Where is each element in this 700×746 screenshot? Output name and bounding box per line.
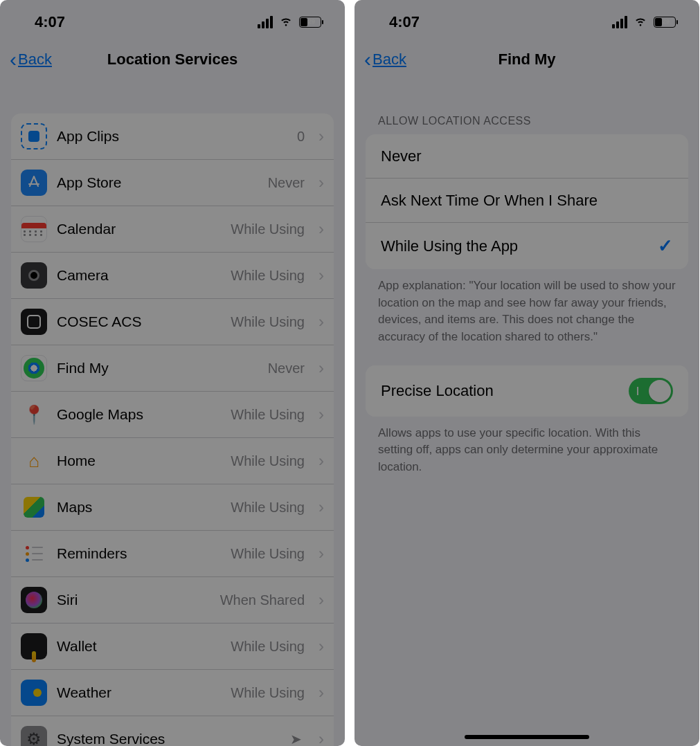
back-button[interactable]: ‹ Back (10, 49, 52, 70)
row-value: While Using (231, 546, 305, 562)
chevron-right-icon: › (314, 405, 324, 424)
back-label: Back (18, 51, 52, 69)
chevron-right-icon: › (314, 312, 324, 331)
status-time: 4:07 (35, 13, 65, 31)
row-label: Google Maps (57, 406, 221, 423)
chevron-right-icon: › (314, 173, 324, 192)
chevron-left-icon: ‹ (10, 49, 17, 70)
chevron-right-icon: › (314, 590, 324, 610)
weather-icon (21, 680, 47, 706)
row-label: COSEC ACS (57, 313, 221, 330)
home-indicator (465, 735, 589, 739)
signal-icon (612, 16, 627, 28)
status-bar: 4:07 29 (0, 0, 345, 39)
row-label: Camera (57, 267, 221, 284)
chevron-right-icon: › (314, 637, 324, 656)
back-label: Back (373, 51, 406, 69)
chevron-right-icon: › (314, 358, 324, 378)
row-home[interactable]: ⌂HomeWhile Using› (11, 438, 334, 484)
location-access-options: NeverAsk Next Time Or When I ShareWhile … (366, 134, 688, 269)
option-1[interactable]: Ask Next Time Or When I Share (366, 179, 688, 223)
row-value: While Using (231, 268, 305, 284)
row-camera[interactable]: CameraWhile Using› (11, 253, 334, 299)
chevron-right-icon: › (314, 544, 324, 563)
option-label: While Using the App (381, 237, 518, 255)
row-label: Reminders (57, 545, 221, 562)
row-value: While Using (231, 685, 305, 701)
row-calendar[interactable]: CalendarWhile Using› (11, 206, 334, 253)
wifi-icon (278, 12, 294, 32)
checkmark-icon: ✓ (658, 235, 673, 257)
row-label: System Services (57, 731, 280, 746)
chevron-right-icon: › (314, 219, 324, 239)
chevron-right-icon: › (314, 127, 324, 146)
wifi-icon (633, 12, 648, 32)
row-value: While Using (231, 221, 305, 237)
location-arrow-icon: ➤ (290, 731, 305, 746)
row-value: Never (268, 361, 305, 376)
maps-icon (21, 494, 47, 520)
row-label: Weather (57, 684, 221, 701)
chevron-left-icon: ‹ (364, 49, 371, 70)
chevron-right-icon: › (314, 266, 324, 285)
row-value: 0 (297, 129, 305, 145)
precise-location-toggle[interactable] (629, 378, 673, 404)
precise-footer: Allows apps to use your specific locatio… (355, 417, 699, 482)
option-2[interactable]: While Using the App✓ (366, 223, 688, 269)
option-label: Never (381, 147, 422, 165)
row-appstore[interactable]: App StoreNever› (11, 160, 334, 206)
app-explanation: App explanation: "Your location will be … (355, 269, 699, 352)
precise-location-row[interactable]: Precise Location (366, 365, 688, 417)
row-reminders[interactable]: RemindersWhile Using› (11, 531, 334, 577)
status-time: 4:07 (389, 13, 420, 31)
row-label: Home (57, 453, 221, 469)
row-siri[interactable]: SiriWhen Shared› (11, 577, 334, 624)
row-system[interactable]: ⚙System Services➤› (11, 716, 334, 746)
calendar-icon (21, 216, 47, 242)
row-label: Maps (57, 499, 221, 516)
battery-icon: 29 (654, 17, 676, 28)
option-0[interactable]: Never (366, 134, 688, 179)
row-label: App Store (57, 174, 258, 191)
row-label: Find My (57, 360, 258, 376)
app-list-card: App Clips0›App StoreNever›CalendarWhile … (11, 113, 334, 746)
row-value: Never (268, 175, 305, 191)
row-value: When Shared (220, 592, 305, 608)
row-gmaps[interactable]: 📍Google MapsWhile Using› (11, 392, 334, 438)
row-cosec[interactable]: COSEC ACSWhile Using› (11, 299, 334, 345)
chevron-right-icon: › (314, 683, 324, 702)
status-bar: 4:07 29 (355, 0, 699, 39)
precise-location-card: Precise Location (366, 365, 688, 417)
option-label: Ask Next Time Or When I Share (381, 192, 598, 210)
section-header-allow: ALLOW LOCATION ACCESS (355, 80, 699, 134)
findmy-icon (21, 355, 47, 381)
chevron-right-icon: › (314, 451, 324, 471)
camera-icon (21, 262, 47, 289)
row-label: Wallet (57, 638, 221, 655)
row-value: While Using (231, 453, 305, 469)
nav-header: ‹ Back Location Services (0, 39, 345, 80)
row-label: App Clips (57, 128, 287, 145)
appclips-icon (21, 123, 47, 149)
signal-icon (258, 16, 273, 28)
nav-header: ‹ Back Find My (355, 39, 699, 80)
system-icon: ⚙ (21, 726, 47, 746)
chevron-right-icon: › (314, 729, 324, 746)
row-value: While Using (231, 500, 305, 516)
row-value: While Using (231, 407, 305, 423)
home-icon: ⌂ (21, 448, 47, 474)
row-maps[interactable]: MapsWhile Using› (11, 484, 334, 531)
row-value: While Using (231, 314, 305, 330)
row-value: While Using (231, 639, 305, 655)
row-findmy[interactable]: Find MyNever› (11, 345, 334, 392)
row-appclips[interactable]: App Clips0› (11, 113, 334, 160)
siri-icon (21, 587, 47, 613)
back-button[interactable]: ‹ Back (364, 49, 406, 70)
row-weather[interactable]: WeatherWhile Using› (11, 670, 334, 716)
row-label: Calendar (57, 221, 221, 237)
row-wallet[interactable]: WalletWhile Using› (11, 624, 334, 670)
reminders-icon (21, 540, 47, 567)
phone-left: 4:07 29 ‹ Back Location Services App Cli… (0, 0, 345, 746)
gmaps-icon: 📍 (21, 401, 47, 428)
precise-location-label: Precise Location (381, 382, 494, 400)
